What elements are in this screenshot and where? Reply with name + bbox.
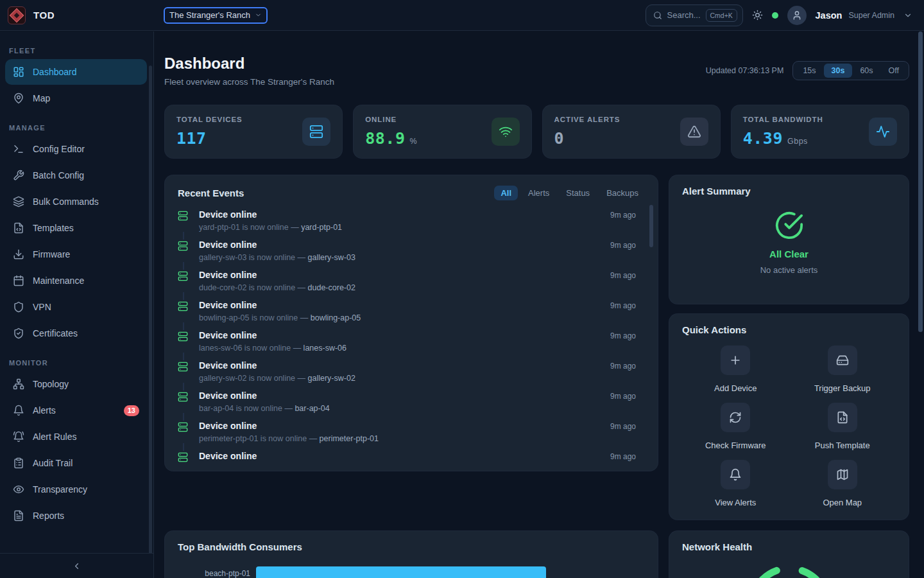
tab-alerts[interactable]: Alerts (522, 186, 556, 200)
sidebar-item-alerts[interactable]: Alerts 13 (5, 398, 147, 423)
alert-status-description: No active alerts (760, 265, 818, 275)
server-icon (178, 211, 188, 221)
map-icon (836, 468, 849, 481)
tab-backups[interactable]: Backups (600, 186, 645, 200)
event-row: Device online 9m ago bar-ap-04 is now on… (178, 390, 645, 413)
refresh-option-off[interactable]: Off (881, 64, 907, 78)
theme-toggle-button[interactable] (752, 10, 763, 21)
refresh-interval-control: 15s 30s 60s Off (792, 61, 909, 80)
main-scrollbar[interactable] (918, 31, 923, 332)
sidebar-item-certificates[interactable]: Certificates (5, 320, 147, 346)
event-time: 9m ago (610, 422, 645, 431)
open-map-button[interactable]: Open Map (789, 460, 896, 507)
server-icon (178, 452, 188, 462)
sidebar-item-audit-trail[interactable]: Audit Trail (5, 450, 147, 476)
search-placeholder: Search... (667, 10, 701, 20)
sidebar-scrollbar[interactable] (149, 66, 152, 578)
download-icon (13, 249, 24, 260)
panel-title: Quick Actions (682, 324, 896, 335)
sidebar-item-config-editor[interactable]: Config Editor (5, 136, 147, 162)
trigger-backup-button[interactable]: Trigger Backup (789, 346, 896, 393)
refresh-icon (729, 411, 742, 424)
sidebar-item-vpn[interactable]: VPN (5, 294, 147, 320)
sidebar-section-monitor: MONITOR (9, 359, 147, 367)
event-row: Device online 9m ago (178, 451, 645, 464)
bell-icon (13, 405, 24, 416)
server-icon (309, 125, 323, 139)
brand: TOD (0, 6, 154, 24)
wrench-icon (13, 170, 24, 181)
user-menu-button[interactable] (903, 11, 912, 20)
sidebar-item-transparency[interactable]: Transparency (5, 477, 147, 502)
sidebar-item-map[interactable]: Map (5, 85, 147, 111)
event-detail: lanes-sw-06 is now online — lanes-sw-06 (199, 344, 645, 353)
site-selector[interactable]: The Stranger's Ranch (165, 8, 266, 22)
sidebar-item-templates[interactable]: Templates (5, 215, 147, 241)
clipboard-list-icon (13, 457, 24, 469)
check-firmware-button[interactable]: Check Firmware (682, 403, 789, 450)
shield-icon (13, 301, 24, 313)
refresh-option-60s[interactable]: 60s (852, 64, 880, 78)
user-role: Super Admin (848, 11, 894, 20)
chevron-down-icon (903, 11, 912, 20)
sidebar-item-label: Config Editor (33, 144, 85, 154)
bandwidth-panel: Top Bandwidth Consumers beach-ptp-01 bar… (164, 530, 658, 578)
add-device-button[interactable]: Add Device (682, 346, 789, 393)
sun-icon (752, 10, 763, 21)
stat-cards: TOTAL DEVICES 117 ONLINE 88.9% ACTIVE AL… (164, 105, 909, 159)
event-time: 9m ago (610, 241, 645, 250)
panel-title: Top Bandwidth Consumers (178, 541, 645, 552)
sidebar-item-label: Dashboard (33, 67, 77, 77)
search-input[interactable]: Search... Cmd+K (646, 4, 743, 26)
refresh-option-30s[interactable]: 30s (824, 64, 853, 78)
events-scrollbar[interactable] (649, 205, 653, 247)
sidebar-item-label: Topology (33, 379, 69, 389)
server-icon (178, 392, 188, 402)
sidebar-item-alert-rules[interactable]: Alert Rules (5, 424, 147, 450)
tab-all[interactable]: All (494, 186, 518, 200)
view-alerts-button[interactable]: View Alerts (682, 460, 789, 507)
sidebar-item-label: Batch Config (33, 170, 84, 180)
updated-timestamp: Updated 07:36:13 PM (706, 66, 784, 75)
sidebar-item-label: Templates (33, 223, 74, 233)
file-code-icon (13, 222, 24, 234)
stat-label: ONLINE (365, 116, 417, 123)
sidebar-item-dashboard[interactable]: Dashboard (5, 59, 147, 85)
event-detail: gallery-sw-02 is now online — gallery-sw… (199, 374, 645, 383)
sidebar-item-bulk-commands[interactable]: Bulk Commands (5, 189, 147, 215)
map-pin-icon (13, 92, 24, 104)
main-content: Dashboard Fleet overview across The Stra… (155, 31, 924, 578)
panel-title: Recent Events (178, 188, 244, 198)
wifi-icon (499, 125, 513, 139)
tab-status[interactable]: Status (560, 186, 596, 200)
event-title: Device online (199, 209, 257, 220)
event-row: Device online 9m ago lanes-sw-06 is now … (178, 330, 645, 353)
sidebar-item-firmware[interactable]: Firmware (5, 241, 147, 267)
event-detail: gallery-sw-03 is now online — gallery-sw… (199, 253, 645, 262)
event-row: Device online 9m ago perimeter-ptp-01 is… (178, 421, 645, 443)
refresh-option-15s[interactable]: 15s (795, 64, 823, 78)
search-shortcut-badge: Cmd+K (706, 9, 737, 22)
eye-icon (13, 484, 24, 495)
network-icon (13, 378, 24, 390)
push-template-button[interactable]: Push Template (789, 403, 896, 450)
sidebar-collapse-button[interactable] (72, 561, 81, 571)
events-list: Device online 9m ago yard-ptp-01 is now … (178, 209, 645, 466)
sidebar-item-batch-config[interactable]: Batch Config (5, 162, 147, 188)
sidebar-item-topology[interactable]: Topology (5, 371, 147, 397)
avatar[interactable] (787, 6, 807, 25)
event-time: 9m ago (610, 271, 645, 280)
page-subtitle: Fleet overview across The Stranger's Ran… (164, 77, 334, 87)
event-detail: dude-core-02 is now online — dude-core-0… (199, 283, 645, 292)
sidebar-item-reports[interactable]: Reports (5, 503, 147, 529)
check-circle-icon (774, 211, 804, 240)
user-icon (792, 10, 802, 21)
sidebar-item-label: Firmware (33, 249, 70, 259)
activity-icon (876, 125, 890, 139)
stat-total-devices: TOTAL DEVICES 117 (164, 105, 343, 159)
event-title: Device online (199, 421, 257, 431)
event-detail: perimeter-ptp-01 is now online — perimet… (199, 434, 645, 443)
alerts-count-badge: 13 (124, 405, 139, 416)
stat-label: TOTAL BANDWIDTH (743, 116, 823, 123)
sidebar-item-maintenance[interactable]: Maintenance (5, 268, 147, 293)
